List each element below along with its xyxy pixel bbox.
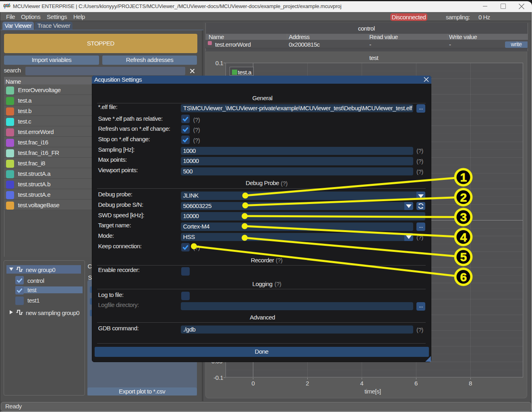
svg-text:5: 5 bbox=[460, 250, 466, 264]
svg-text:2: 2 bbox=[460, 191, 466, 204]
svg-text:1: 1 bbox=[460, 171, 466, 184]
svg-text:4: 4 bbox=[460, 231, 467, 244]
svg-text:6: 6 bbox=[460, 270, 466, 284]
svg-text:3: 3 bbox=[460, 210, 466, 224]
